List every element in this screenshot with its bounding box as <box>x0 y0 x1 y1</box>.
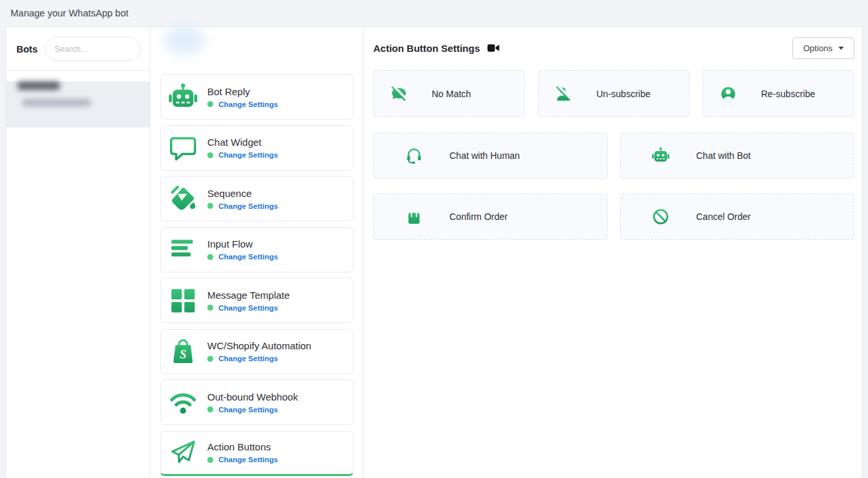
bots-sidebar: Bots <box>6 27 150 478</box>
feature-title: Out-bound Webhook <box>207 391 298 402</box>
change-settings-link[interactable]: Change Settings <box>218 202 278 210</box>
feature-title: Chat Widget <box>207 137 278 148</box>
change-settings-link[interactable]: Change Settings <box>218 406 278 414</box>
action-button-tile[interactable]: Un-subscribe <box>538 70 690 117</box>
robot-icon <box>168 82 198 112</box>
status-dot <box>207 203 213 209</box>
user-slash-icon <box>555 85 572 102</box>
status-dot <box>207 254 213 260</box>
action-button-tile[interactable]: Chat with Bot <box>620 133 854 179</box>
change-settings-link[interactable]: Change Settings <box>218 456 278 464</box>
feature-title: Bot Reply <box>207 86 278 97</box>
page-header: Manage your WhatsApp bot <box>0 0 868 26</box>
status-dot <box>207 152 213 158</box>
tile-label: Chat with Human <box>449 150 520 161</box>
bot-list <box>6 81 150 127</box>
feature-title: Message Template <box>207 290 290 301</box>
video-tutorial-icon[interactable] <box>487 41 500 54</box>
feature-card[interactable]: Out-bound Webhook Change Settings <box>160 380 354 425</box>
change-settings-link[interactable]: Change Settings <box>218 100 278 108</box>
feature-title: Sequence <box>207 188 278 199</box>
ban-icon <box>651 207 670 226</box>
wifi-icon <box>168 387 198 418</box>
blurred-avatar-blob <box>163 26 205 54</box>
paper-plane-icon <box>168 437 198 467</box>
bot-list-item-selected[interactable] <box>6 81 150 127</box>
bot-phone-redacted <box>22 99 91 106</box>
tile-label: Chat with Bot <box>696 150 751 161</box>
change-settings-link[interactable]: Change Settings <box>218 304 278 312</box>
page-title: Manage your WhatsApp bot <box>10 8 129 18</box>
action-tiles-row: No Match Un-subscribe Re-subscribe <box>373 70 854 117</box>
status-dot <box>207 305 213 311</box>
feature-card[interactable]: Bot Reply Change Settings <box>160 74 354 120</box>
feature-list-column: Bot Reply Change Settings Chat Widget Ch… <box>150 27 363 478</box>
input-bars-icon <box>168 234 198 265</box>
options-button-label: Options <box>803 43 833 53</box>
feature-card[interactable]: WC/Shopify Automation Change Settings <box>160 329 354 374</box>
status-dot <box>207 356 213 362</box>
shopify-icon <box>168 336 198 366</box>
action-button-tile[interactable]: Chat with Human <box>373 133 608 179</box>
action-button-tile[interactable]: No Match <box>373 70 525 117</box>
robot-icon <box>651 146 670 165</box>
user-circle-icon <box>720 85 737 102</box>
shopping-bag-icon <box>405 207 423 226</box>
sidebar-header: Bots <box>6 27 150 71</box>
feature-title: WC/Shopify Automation <box>207 340 311 351</box>
bots-search-input[interactable] <box>45 37 140 61</box>
comment-slash-icon <box>390 85 407 102</box>
feature-card[interactable]: Sequence Change Settings <box>160 176 354 221</box>
feature-title: Action Buttons <box>207 441 278 452</box>
tile-label: Un-subscribe <box>596 89 650 99</box>
caret-down-icon <box>838 47 844 50</box>
bot-name-redacted <box>18 81 60 90</box>
feature-cards: Bot Reply Change Settings Chat Widget Ch… <box>160 74 354 476</box>
chat-bubble-icon <box>168 133 198 163</box>
action-button-tile[interactable]: Confirm Order <box>373 194 608 240</box>
tile-label: Cancel Order <box>696 211 751 222</box>
feature-card[interactable]: Chat Widget Change Settings <box>160 125 354 171</box>
change-settings-link[interactable]: Change Settings <box>218 355 278 362</box>
action-button-settings-panel: Action Button Settings Options No Match … <box>363 27 862 478</box>
action-tiles-row: Confirm Order Cancel Order <box>373 194 854 240</box>
panel-title: Action Button Settings <box>373 43 480 54</box>
feature-card[interactable]: Input Flow Change Settings <box>160 227 354 272</box>
change-settings-link[interactable]: Change Settings <box>218 151 278 159</box>
status-dot <box>207 457 213 463</box>
bots-heading: Bots <box>16 44 37 54</box>
headset-icon <box>405 146 423 165</box>
grid-icon <box>168 286 198 316</box>
options-button[interactable]: Options <box>793 37 854 59</box>
feature-card[interactable]: Action Buttons Change Settings <box>160 431 354 476</box>
feature-title: Input Flow <box>207 238 278 250</box>
change-settings-link[interactable]: Change Settings <box>218 253 278 261</box>
status-dot <box>207 101 213 107</box>
panel-header: Action Button Settings Options <box>373 37 854 59</box>
fill-drip-icon <box>168 184 198 214</box>
action-tiles: No Match Un-subscribe Re-subscribe Chat … <box>373 70 854 240</box>
tile-label: Confirm Order <box>449 211 508 222</box>
action-button-tile[interactable]: Cancel Order <box>620 194 854 240</box>
action-button-tile[interactable]: Re-subscribe <box>703 70 854 117</box>
action-tiles-row: Chat with Human Chat with Bot <box>373 133 854 179</box>
status-dot <box>207 406 213 412</box>
feature-card[interactable]: Message Template Change Settings <box>160 278 354 323</box>
tile-label: Re-subscribe <box>761 89 815 99</box>
tile-label: No Match <box>432 89 471 99</box>
main-panel: Bots Bot Reply Change Settings Chat Widg… <box>5 26 863 478</box>
